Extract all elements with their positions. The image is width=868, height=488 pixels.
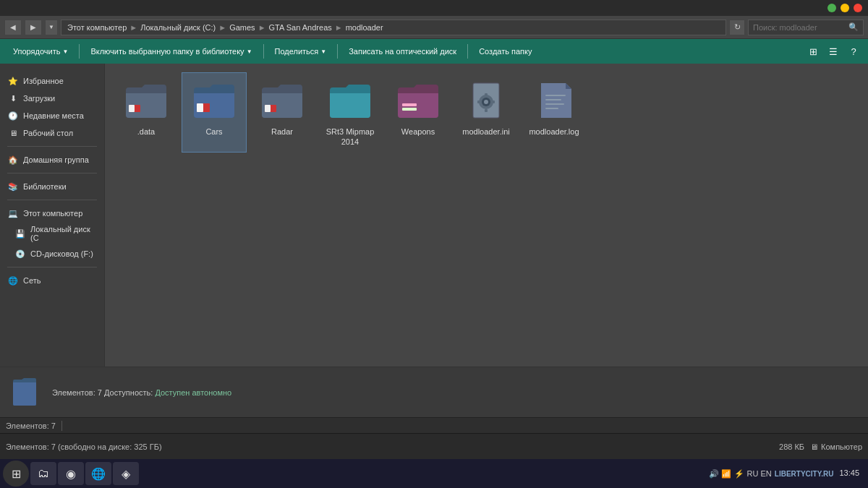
computer-label: 🖥 Компьютер: [810, 442, 862, 451]
organize-btn[interactable]: Упорядочить ▼: [6, 44, 75, 59]
status-bar: Элементов: 7: [0, 417, 868, 433]
svg-point-12: [484, 100, 488, 104]
file-label-srt3: SRt3 Mipmap2014: [326, 127, 375, 147]
path-disk[interactable]: Локальный диск (C:): [140, 23, 216, 32]
sidebar-label-recent: Недавние места: [23, 111, 84, 120]
svg-rect-7: [402, 108, 417, 111]
computer-text: Компьютер: [821, 442, 862, 451]
file-item-modloaderini[interactable]: modloader.ini: [454, 72, 519, 153]
maximize-btn[interactable]: [827, 4, 836, 12]
status-sep: [61, 421, 62, 431]
file-label-radar: Radar: [271, 127, 293, 137]
path-computer[interactable]: Этот компьютер: [67, 23, 127, 32]
star-icon: ⭐: [7, 75, 19, 87]
file-label-weapons: Weapons: [401, 127, 435, 137]
svg-marker-18: [566, 83, 571, 89]
text-file-svg: [531, 77, 577, 124]
file-label-cars: Cars: [205, 127, 222, 137]
forward-btn[interactable]: ▶: [25, 20, 42, 35]
sidebar-item-localdisk[interactable]: 💾 Локальный диск (С: [0, 222, 104, 245]
preview-bar: Элементов: 7 Доступность: Доступен автон…: [0, 367, 868, 417]
folder-icon-radar: [259, 77, 305, 124]
sidebar-item-libraries[interactable]: 📚 Библиотеки: [0, 178, 104, 195]
folder-icon-data: [123, 77, 169, 124]
file-area: .data Cars: [105, 64, 868, 367]
file-item-modloaderlog[interactable]: modloader.log: [522, 72, 587, 153]
svg-rect-16: [492, 100, 495, 103]
file-label-ini: modloader.ini: [462, 127, 509, 137]
address-bar: ◀ ▶ ▼ Этот компьютер ► Локальный диск (C…: [0, 16, 868, 39]
include-library-btn[interactable]: Включить выбранную папку в библиотеку ▼: [83, 44, 259, 59]
file-item-cars[interactable]: Cars: [182, 72, 247, 153]
bottom-info: Элементов: 7 (свободно на диске: 325 ГБ): [6, 442, 776, 451]
burn-btn[interactable]: Записать на оптический диск: [341, 44, 464, 59]
bottom-bar: Элементов: 7 (свободно на диске: 325 ГБ)…: [0, 433, 868, 459]
file-item-data[interactable]: .data: [114, 72, 179, 153]
file-item-weapons[interactable]: Weapons: [386, 72, 451, 153]
sidebar-item-downloads[interactable]: ⬇ Загрузки: [0, 90, 104, 107]
dropdown-btn[interactable]: ▼: [45, 20, 58, 35]
path-games[interactable]: Games: [229, 23, 255, 32]
new-folder-btn[interactable]: Создать папку: [472, 44, 539, 59]
sidebar-group-favorites: ⭐ Избранное ⬇ Загрузки 🕐 Недавние места …: [0, 72, 104, 142]
sidebar-label-cdrom: CD-дисковод (F:): [30, 249, 93, 258]
burn-label: Записать на оптический диск: [349, 47, 456, 56]
back-btn[interactable]: ◀: [4, 20, 22, 35]
file-item-srt3[interactable]: SRt3 Mipmap2014: [318, 72, 383, 153]
path-gta[interactable]: GTA San Andreas: [269, 23, 332, 32]
search-box[interactable]: 🔍: [748, 20, 864, 35]
desktop-icon: 🖥: [7, 127, 19, 139]
file-label-data: .data: [137, 127, 155, 137]
sidebar: ⭐ Избранное ⬇ Загрузки 🕐 Недавние места …: [0, 64, 105, 367]
taskbar-app4[interactable]: ◈: [113, 462, 139, 485]
help-btn[interactable]: ?: [845, 43, 862, 60]
view-list-btn[interactable]: ☰: [825, 43, 842, 60]
home-icon: 🏠: [7, 154, 19, 166]
folder-svg-radar: [259, 77, 305, 124]
taskbar-clock: 13:45: [839, 468, 859, 479]
taskbar-app2[interactable]: ◉: [58, 462, 84, 485]
share-btn[interactable]: Поделиться ▼: [268, 44, 334, 59]
organize-label: Упорядочить: [13, 47, 60, 56]
clock-time: 13:45: [839, 468, 859, 479]
preview-avail-label: Доступность:: [104, 388, 153, 397]
sidebar-item-network[interactable]: 🌐 Сеть: [0, 272, 104, 289]
close-btn[interactable]: [854, 4, 862, 12]
taskbar-chrome[interactable]: 🌐: [85, 462, 111, 485]
sidebar-item-homegroup[interactable]: 🏠 Домашняя группа: [0, 151, 104, 168]
sidebar-group-libraries: 📚 Библиотеки: [0, 178, 104, 195]
taskbar: ⊞ 🗂 ◉ 🌐 ◈ 🔊 📶 ⚡ RU EN LIBERTYCITY.RU 13:…: [0, 459, 868, 488]
view-change-btn[interactable]: ⊞: [804, 43, 822, 60]
address-path[interactable]: Этот компьютер ► Локальный диск (C:) ► G…: [61, 20, 726, 35]
path-modloader[interactable]: modloader: [346, 23, 383, 32]
toolbar-sep-2: [263, 44, 264, 59]
share-label: Поделиться: [275, 47, 319, 56]
taskbar-explorer[interactable]: 🗂: [30, 462, 56, 485]
svg-rect-21: [545, 103, 564, 105]
download-icon: ⬇: [7, 93, 19, 104]
sidebar-group-computer: 💻 Этот компьютер 💾 Локальный диск (С 💿 C…: [0, 205, 104, 262]
search-input[interactable]: [753, 23, 846, 32]
svg-rect-15: [477, 100, 480, 103]
sidebar-divider-4: [7, 267, 97, 267]
cd-icon: 💿: [14, 248, 26, 260]
svg-rect-6: [402, 103, 417, 106]
folder-svg-cars: [191, 77, 237, 124]
clock-icon: 🕐: [7, 110, 19, 121]
tray-lang: RU EN: [747, 469, 772, 478]
minimize-btn[interactable]: [841, 4, 849, 12]
sidebar-item-desktop[interactable]: 🖥 Рабочий стол: [0, 124, 104, 142]
computer-icon: 💻: [7, 207, 19, 219]
sidebar-item-thiscomputer[interactable]: 💻 Этот компьютер: [0, 205, 104, 222]
preview-avail-value: Доступен автономно: [155, 388, 231, 397]
sidebar-item-favorites[interactable]: ⭐ Избранное: [0, 72, 104, 90]
status-items: Элементов: 7: [6, 421, 56, 430]
preview-items: Элементов: 7: [52, 388, 102, 397]
sidebar-item-cdrom[interactable]: 💿 CD-дисковод (F:): [0, 245, 104, 262]
sidebar-item-recent[interactable]: 🕐 Недавние места: [0, 107, 104, 124]
start-button[interactable]: ⊞: [3, 461, 29, 487]
file-item-radar[interactable]: Radar: [250, 72, 315, 153]
main-area: ⭐ Избранное ⬇ Загрузки 🕐 Недавние места …: [0, 64, 868, 367]
refresh-btn[interactable]: ↻: [729, 20, 745, 35]
folder-svg-weapons: [395, 77, 441, 124]
